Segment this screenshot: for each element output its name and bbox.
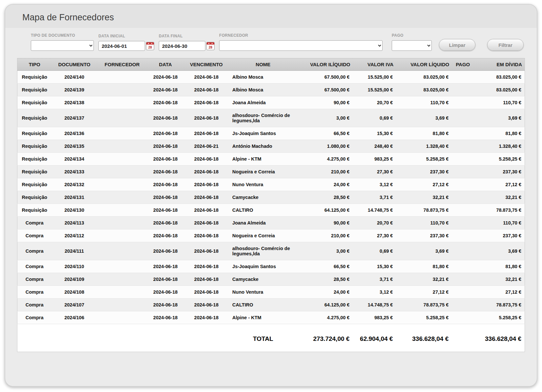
table-row: Requisição2024/1352024-06-182024-06-21An… — [17, 140, 525, 153]
table-cell — [452, 229, 474, 242]
end-date-input[interactable] — [159, 41, 205, 51]
table-cell: 27,12 € — [396, 286, 452, 299]
calendar-icon[interactable]: 28 — [206, 42, 215, 50]
supplier-select[interactable] — [219, 40, 383, 51]
table-cell: 64.125,00 € — [297, 299, 353, 311]
table-cell: 83.025,00 € — [474, 84, 525, 96]
start-date-input[interactable] — [98, 41, 145, 51]
table-cell: 2024-06-18 — [147, 260, 184, 273]
table-cell: 32,21 € — [474, 191, 525, 204]
table-cell: 2024-06-18 — [184, 204, 229, 217]
table-cell: 2024-06-18 — [147, 178, 184, 191]
table-cell: Compra — [17, 260, 52, 273]
table-cell: 20,70 € — [353, 96, 396, 109]
column-header: VALOR ILÍQUIDO — [297, 58, 353, 71]
table-cell: Alpine - KTM — [229, 311, 297, 324]
table-cell: 83.025,00 € — [396, 71, 452, 84]
total-pago-spacer — [452, 324, 474, 352]
table-cell: 2024-06-18 — [184, 311, 229, 324]
table-cell: Nogueira e Correia — [229, 166, 297, 178]
table-cell — [97, 311, 147, 324]
table-cell: Camycacke — [229, 191, 297, 204]
table-cell: 2024-06-18 — [184, 71, 229, 84]
calendar-icon[interactable]: 28 — [146, 42, 154, 50]
table-cell: 2024-06-18 — [184, 84, 229, 96]
table-cell: 81,80 € — [396, 127, 452, 140]
table-cell: 3,12 € — [353, 178, 396, 191]
table-cell: Nuno Ventura — [229, 286, 297, 299]
table-cell: 2024-06-18 — [147, 166, 184, 178]
table-cell: 110,70 € — [396, 96, 452, 109]
table-cell: 2024/138 — [52, 96, 97, 109]
suppliers-table: TIPODOCUMENTOFORNECEDORDATAVENCIMENTONOM… — [17, 58, 525, 352]
table-cell: 66,50 € — [297, 260, 353, 273]
column-header: EM DÍVIDA — [474, 58, 525, 71]
table-cell: 2024-06-18 — [184, 166, 229, 178]
table-cell: 2024-06-18 — [184, 229, 229, 242]
table-cell: 2024/111 — [52, 242, 97, 260]
table-cell: 2024/135 — [52, 140, 97, 153]
table-cell — [452, 84, 474, 96]
table-cell: 2024-06-18 — [147, 71, 184, 84]
total-valor-iliquido: 273.724,00 € — [297, 324, 353, 352]
table-cell — [97, 153, 147, 166]
table-cell: 2024-06-18 — [184, 109, 229, 127]
table-cell: 2024/140 — [52, 71, 97, 84]
table-cell: 3,71 € — [353, 273, 396, 286]
table-cell: 248,40 € — [353, 140, 396, 153]
table-cell: 2024-06-18 — [147, 109, 184, 127]
table-cell: 2024-06-18 — [147, 96, 184, 109]
table-cell: 210,00 € — [297, 229, 353, 242]
table-cell: Albino Mosca — [229, 71, 297, 84]
table-cell: 2024-06-18 — [184, 217, 229, 229]
table-cell: 2024/113 — [52, 217, 97, 229]
table-cell: 0,69 € — [353, 109, 396, 127]
table-cell: 110,70 € — [474, 96, 525, 109]
table-cell: 32,21 € — [474, 273, 525, 286]
table-cell: 2024-06-18 — [147, 153, 184, 166]
table-cell: 2024-06-18 — [147, 242, 184, 260]
table-cell: 28,50 € — [297, 273, 353, 286]
table-cell: 1.080,00 € — [297, 140, 353, 153]
table-cell: Albino Mosca — [229, 84, 297, 96]
table-cell: Alpine - KTM — [229, 153, 297, 166]
table-cell — [97, 242, 147, 260]
table-cell — [452, 242, 474, 260]
table-cell — [452, 153, 474, 166]
table-cell: Requisição — [17, 166, 52, 178]
table-cell — [452, 260, 474, 273]
table-cell: Js-Joaquim Santos — [229, 127, 297, 140]
filter-button[interactable]: Filtrar — [487, 39, 524, 51]
table-cell: 2024-06-18 — [184, 191, 229, 204]
table-cell: 210,00 € — [297, 166, 353, 178]
table-cell: 2024/106 — [52, 311, 97, 324]
table-cell: António Machado — [229, 140, 297, 153]
paid-select[interactable] — [392, 40, 432, 51]
table-cell: 2024-06-18 — [184, 96, 229, 109]
clear-button[interactable]: Limpar — [439, 39, 475, 51]
table-cell: 237,30 € — [396, 166, 452, 178]
table-cell — [452, 286, 474, 299]
document-type-select[interactable] — [31, 40, 94, 51]
table-cell — [97, 127, 147, 140]
total-row-spacer — [17, 324, 229, 352]
table-cell: Requisição — [17, 127, 52, 140]
table-cell: Requisição — [17, 84, 52, 96]
calendar-icon-header — [207, 42, 214, 45]
table-row: Requisição2024/1382024-06-182024-06-18Jo… — [17, 96, 525, 109]
start-date-filter-group: DATA INICIAL 28 — [98, 34, 154, 51]
table-cell: 81,80 € — [396, 260, 452, 273]
table-cell: Requisição — [17, 178, 52, 191]
table-cell: 2024-06-18 — [184, 299, 229, 311]
table-cell: 27,30 € — [353, 229, 396, 242]
table-cell — [97, 229, 147, 242]
table-cell: 24,00 € — [297, 178, 353, 191]
page-title: Mapa de Fornecedores — [22, 12, 537, 23]
table-cell: Requisição — [17, 153, 52, 166]
table-cell: 24,00 € — [297, 286, 353, 299]
table-cell: Compra — [17, 217, 52, 229]
table-cell: 83.025,00 € — [474, 71, 525, 84]
supplier-filter-group: FORNECEDOR — [219, 33, 383, 51]
table-cell: 2024-06-18 — [147, 127, 184, 140]
table-cell: Compra — [17, 311, 52, 324]
